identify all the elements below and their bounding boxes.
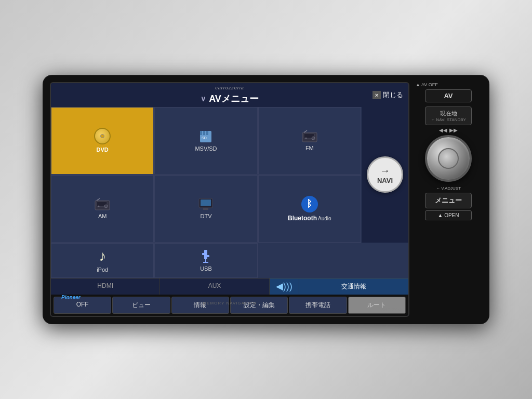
svg-point-12 xyxy=(104,205,108,208)
svg-rect-20 xyxy=(206,255,209,257)
right-panel: ▲ AV OFF AV 現在地 ← NAVI STANDBY ◀◀ ▶▶ ← V… xyxy=(415,82,482,317)
svg-rect-2 xyxy=(203,131,205,135)
svg-point-8 xyxy=(305,138,307,139)
menu-title-arrow: ∨ xyxy=(201,95,206,103)
screen-header: carrozzeria ∨ AVメニュー ✕ 閉じる xyxy=(51,83,408,107)
aux-button[interactable]: AUX xyxy=(160,278,269,295)
navi-standby-label: ← NAVI STANDBY xyxy=(430,117,467,122)
ipod-button[interactable]: ♪ iPod xyxy=(51,243,154,278)
svg-rect-19 xyxy=(202,253,205,255)
fm-radio-icon xyxy=(302,129,317,143)
svg-rect-1 xyxy=(200,131,202,135)
usb-label: USB xyxy=(200,265,212,272)
navi-button[interactable]: → NAVI xyxy=(367,156,403,193)
bluetooth-audio-button[interactable]: ᛒ Bluetooth Audio xyxy=(258,175,361,243)
msv-sd-label: MSV/SD xyxy=(195,145,217,152)
av-menu-grid: DVD SD MSV/SD xyxy=(51,107,408,278)
svg-line-9 xyxy=(304,130,307,132)
open-button[interactable]: ▲ OPEN xyxy=(425,210,472,220)
vadj-label: ← V.ADJUST xyxy=(436,186,461,191)
navi-cell: → NAVI xyxy=(362,107,408,243)
next-button[interactable]: ▶▶ xyxy=(449,127,458,133)
avic-model: AVIC-RW99 xyxy=(381,307,403,312)
bluetooth-icon: ᛒ xyxy=(301,196,318,212)
close-x-icon: ✕ xyxy=(373,91,381,99)
main-knob[interactable] xyxy=(425,135,472,182)
navi-arrow-icon: → xyxy=(380,165,390,177)
dtv-button[interactable]: DTV xyxy=(154,175,257,243)
model-text: MEMORY NAVIGATION xyxy=(203,301,256,305)
am-button[interactable]: AM xyxy=(51,175,154,243)
knob-container: 現在地 ← NAVI STANDBY ◀◀ ▶▶ ← V.ADJUST メニュー… xyxy=(425,107,472,220)
svg-rect-17 xyxy=(203,208,208,210)
traffic-info-button[interactable]: 交通情報 xyxy=(299,278,408,295)
brand-logo: carrozzeria xyxy=(215,85,244,90)
ipod-label: iPod xyxy=(97,267,108,273)
present-location-button[interactable]: 現在地 ← NAVI STANDBY xyxy=(425,107,472,125)
hdmi-button[interactable]: HDMI xyxy=(51,278,160,295)
tv-icon xyxy=(198,197,214,211)
menu-title: ∨ AVメニュー xyxy=(201,92,259,105)
pioneer-logo: Pioneer xyxy=(61,295,81,300)
bluetooth-audio-label: Bluetooth Audio xyxy=(288,215,331,222)
traffic-sound-button[interactable]: ◀))) xyxy=(270,278,299,295)
am-radio-icon xyxy=(95,197,110,211)
am-label: AM xyxy=(98,213,107,220)
fm-button[interactable]: FM xyxy=(258,107,361,175)
dvd-button[interactable]: DVD xyxy=(51,107,154,175)
svg-rect-3 xyxy=(206,131,208,135)
dvd-icon xyxy=(94,128,111,144)
music-note-icon: ♪ xyxy=(99,248,106,264)
navi-label: NAVI xyxy=(377,177,393,184)
dtv-label: DTV xyxy=(200,213,211,220)
av-off-label: ▲ AV OFF xyxy=(415,82,482,87)
view-button[interactable]: ビュー xyxy=(112,297,170,314)
knob-inner xyxy=(438,148,459,169)
sound-waves-icon: ◀))) xyxy=(276,281,292,291)
skip-buttons: ◀◀ ▶▶ xyxy=(439,127,458,133)
svg-point-7 xyxy=(312,137,315,140)
fm-label: FM xyxy=(305,145,314,152)
svg-text:SD: SD xyxy=(202,136,207,140)
usb-icon xyxy=(200,249,211,263)
dvd-label: DVD xyxy=(97,147,109,153)
svg-line-14 xyxy=(97,198,100,201)
dvd-hole xyxy=(100,134,104,138)
svg-rect-16 xyxy=(201,200,211,206)
sd-card-icon: SD xyxy=(199,129,212,143)
usb-button[interactable]: USB xyxy=(154,243,257,278)
svg-point-13 xyxy=(98,206,100,207)
prev-button[interactable]: ◀◀ xyxy=(439,127,447,133)
bottom-av-row: HDMI AUX ◀))) 交通情報 xyxy=(51,278,408,295)
car-unit: carrozzeria ∨ AVメニュー ✕ 閉じる DVD xyxy=(43,75,489,324)
screen-area: carrozzeria ∨ AVメニュー ✕ 閉じる DVD xyxy=(50,82,409,317)
phone-button[interactable]: 携帯電話 xyxy=(289,297,347,314)
close-button[interactable]: ✕ 閉じる xyxy=(373,90,403,100)
msv-sd-button[interactable]: SD MSV/SD xyxy=(154,107,257,175)
av-button[interactable]: AV xyxy=(425,89,472,102)
menu-button[interactable]: メニュー xyxy=(425,193,472,208)
